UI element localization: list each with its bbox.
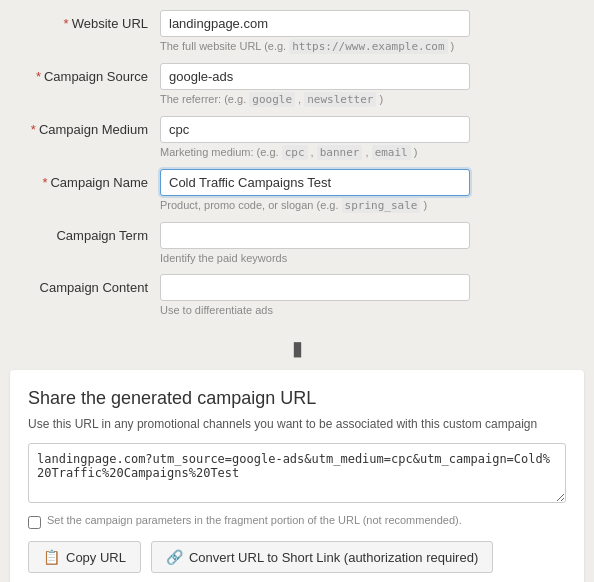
campaign-term-input[interactable] <box>160 222 470 249</box>
share-section: Share the generated campaign URL Use thi… <box>10 370 584 582</box>
campaign-medium-row: *Campaign Medium Marketing medium: (e.g.… <box>20 116 574 159</box>
campaign-source-input[interactable] <box>160 63 470 90</box>
campaign-medium-hint: Marketing medium: (e.g. cpc , banner , e… <box>160 146 574 159</box>
button-row: 📋 Copy URL 🔗 Convert URL to Short Link (… <box>28 541 566 573</box>
campaign-content-input[interactable] <box>160 274 470 301</box>
convert-url-label: Convert URL to Short Link (authorization… <box>189 550 478 565</box>
campaign-content-field-group: Use to differentiate ads <box>160 274 574 316</box>
required-star-3: * <box>31 122 36 137</box>
campaign-source-label: *Campaign Source <box>20 63 160 84</box>
campaign-source-field-group: The referrer: (e.g. google , newsletter … <box>160 63 574 106</box>
campaign-content-row: Campaign Content Use to differentiate ad… <box>20 274 574 316</box>
share-description: Use this URL in any promotional channels… <box>28 417 566 431</box>
campaign-term-field-group: Identify the paid keywords <box>160 222 574 264</box>
fragment-checkbox[interactable] <box>28 516 41 529</box>
campaign-medium-input[interactable] <box>160 116 470 143</box>
copy-url-button[interactable]: 📋 Copy URL <box>28 541 141 573</box>
campaign-medium-field-group: Marketing medium: (e.g. cpc , banner , e… <box>160 116 574 159</box>
copy-icon: 📋 <box>43 549 60 565</box>
website-url-label: *Website URL <box>20 10 160 31</box>
campaign-name-row: *Campaign Name Product, promo code, or s… <box>20 169 574 212</box>
campaign-term-hint: Identify the paid keywords <box>160 252 574 264</box>
campaign-term-row: Campaign Term Identify the paid keywords <box>20 222 574 264</box>
campaign-medium-label: *Campaign Medium <box>20 116 160 137</box>
campaign-name-hint: Product, promo code, or slogan (e.g. spr… <box>160 199 574 212</box>
copy-url-label: Copy URL <box>66 550 126 565</box>
campaign-content-label: Campaign Content <box>20 274 160 295</box>
convert-url-button[interactable]: 🔗 Convert URL to Short Link (authorizati… <box>151 541 493 573</box>
generated-url-textarea[interactable]: landingpage.com?utm_source=google-ads&ut… <box>28 443 566 503</box>
website-url-row: *Website URL The full website URL (e.g. … <box>20 10 574 53</box>
required-star-4: * <box>42 175 47 190</box>
campaign-name-field-group: Product, promo code, or slogan (e.g. spr… <box>160 169 574 212</box>
campaign-source-row: *Campaign Source The referrer: (e.g. goo… <box>20 63 574 106</box>
convert-icon: 🔗 <box>166 549 183 565</box>
cursor-indicator: ▮ <box>0 336 594 360</box>
campaign-source-hint: The referrer: (e.g. google , newsletter … <box>160 93 574 106</box>
required-star-2: * <box>36 69 41 84</box>
share-title: Share the generated campaign URL <box>28 388 566 409</box>
campaign-form: *Website URL The full website URL (e.g. … <box>0 0 594 336</box>
campaign-term-label: Campaign Term <box>20 222 160 243</box>
website-url-field-group: The full website URL (e.g. https://www.e… <box>160 10 574 53</box>
fragment-label: Set the campaign parameters in the fragm… <box>47 514 462 526</box>
website-url-hint: The full website URL (e.g. https://www.e… <box>160 40 574 53</box>
campaign-name-label: *Campaign Name <box>20 169 160 190</box>
website-url-input[interactable] <box>160 10 470 37</box>
required-star: * <box>64 16 69 31</box>
fragment-checkbox-row: Set the campaign parameters in the fragm… <box>28 514 566 529</box>
campaign-name-input[interactable] <box>160 169 470 196</box>
campaign-content-hint: Use to differentiate ads <box>160 304 574 316</box>
